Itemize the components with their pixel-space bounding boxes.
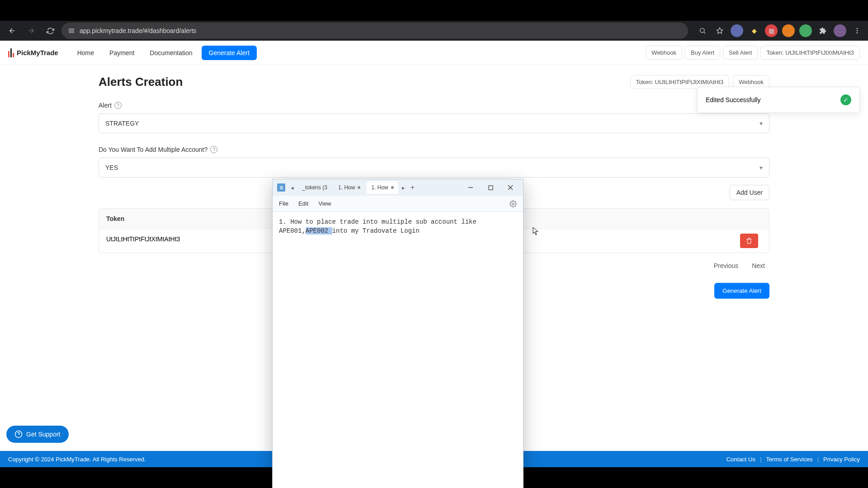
header-sell-alert-button[interactable]: Sell Alert (723, 46, 758, 60)
copyright: Copyright © 2024 PickMyTrade. All Rights… (8, 456, 146, 463)
toast-message: Edited Successfully (706, 96, 760, 103)
nav-generate-alert[interactable]: Generate Alert (202, 46, 257, 60)
add-user-button[interactable]: Add User (730, 185, 769, 200)
site-settings-icon (68, 27, 75, 34)
check-icon: ✓ (840, 94, 851, 105)
svg-marker-3 (717, 28, 722, 33)
svg-rect-0 (69, 29, 74, 30)
notepad-menu: File Edit View (273, 196, 523, 212)
delete-row-button[interactable] (740, 234, 758, 248)
notepad-window: ≣ ◂ _tokens (3 1. How 1. How ▸ + File (272, 179, 524, 488)
notepad-titlebar[interactable]: ≣ ◂ _tokens (3 1. How 1. How ▸ + (273, 179, 523, 196)
notepad-tab-2[interactable]: 1. How (334, 181, 365, 194)
header-token-pill[interactable]: Token: UtJtLtHtTtPtFtJtXtMtAtHt3 (760, 46, 860, 60)
svg-rect-9 (489, 186, 493, 190)
header-buy-alert-button[interactable]: Buy Alert (685, 46, 720, 60)
notepad-tab-prev[interactable]: ◂ (289, 184, 296, 191)
trash-icon (746, 238, 752, 244)
zoom-icon[interactable] (696, 24, 709, 37)
maximize-button[interactable] (481, 179, 500, 196)
svg-point-4 (857, 28, 858, 29)
extension-icon-3[interactable]: ▦ (765, 24, 778, 37)
page-viewport: PickMyTrade Home Payment Documentation G… (0, 41, 868, 467)
alert-label: Alert (99, 102, 112, 109)
headset-icon (14, 430, 23, 438)
toast-success: Edited Successfully ✓ (697, 87, 860, 113)
tab-label: 1. How (338, 184, 355, 191)
browser-toolbar: app.pickmytrade.trade/#/dashboard/alerts… (0, 21, 868, 41)
multi-account-value: YES (105, 164, 118, 171)
gear-icon[interactable] (509, 200, 517, 207)
unsaved-dot-icon (358, 186, 360, 189)
url-text: app.pickmytrade.trade/#/dashboard/alerts (80, 27, 196, 34)
browser-extension-row: ◆ ▦ (692, 24, 863, 37)
close-button[interactable] (500, 179, 520, 196)
notepad-tab-next[interactable]: ▸ (400, 184, 407, 191)
svg-point-6 (857, 32, 858, 33)
notepad-app-icon: ≣ (277, 183, 285, 192)
multi-account-label: Do You Want To Add Multiple Account? (99, 146, 208, 153)
alert-select[interactable]: STRATEGY ▾ (99, 113, 769, 133)
footer-contact[interactable]: Contact Us (726, 456, 755, 463)
bookmark-star-icon[interactable] (713, 24, 726, 37)
generate-alert-button[interactable]: Generate Alert (714, 283, 769, 299)
footer-terms[interactable]: Terms of Services (766, 456, 812, 463)
support-label: Get Support (26, 431, 61, 438)
page-title: Alerts Creation (99, 75, 183, 89)
notepad-tab-3-active[interactable]: 1. How (367, 181, 398, 194)
extension-icon-1[interactable] (731, 24, 743, 37)
header-webhook-button[interactable]: Webhook (646, 46, 682, 60)
nav-payment[interactable]: Payment (103, 46, 141, 60)
get-support-button[interactable]: Get Support (6, 426, 69, 443)
chevron-down-icon: ▾ (760, 164, 763, 171)
url-bar[interactable]: app.pickmytrade.trade/#/dashboard/alerts (61, 23, 688, 39)
menu-edit[interactable]: Edit (298, 200, 308, 207)
notepad-text-area[interactable]: 1. How to place trade into multiple sub … (273, 212, 523, 241)
text-selected: APE002 (306, 227, 332, 235)
notepad-new-tab[interactable]: + (409, 183, 416, 192)
pager-next[interactable]: Next (747, 259, 769, 272)
reload-button[interactable] (42, 23, 58, 38)
profile-avatar[interactable] (834, 24, 846, 37)
extension-icon-5[interactable] (799, 24, 812, 37)
logo-text: PickMyTrade (17, 49, 58, 56)
svg-point-12 (512, 203, 514, 205)
pager-prev[interactable]: Previous (709, 259, 743, 272)
app-header: PickMyTrade Home Payment Documentation G… (0, 41, 868, 65)
chevron-down-icon: ▾ (760, 120, 763, 127)
tab-label: 1. How (371, 184, 388, 191)
text-post: into my Tradovate Login (332, 227, 420, 235)
extensions-puzzle-icon[interactable] (816, 24, 829, 37)
svg-rect-1 (69, 31, 74, 33)
nav-home[interactable]: Home (71, 46, 100, 60)
menu-view[interactable]: View (318, 200, 331, 207)
menu-file[interactable]: File (279, 200, 288, 207)
tab-label: _tokens (3 (302, 184, 327, 191)
back-button[interactable] (5, 23, 20, 38)
help-icon[interactable]: ? (210, 146, 217, 153)
extension-icon-4[interactable] (782, 24, 795, 37)
forward-button[interactable] (24, 23, 39, 38)
logo[interactable]: PickMyTrade (8, 48, 58, 57)
kebab-menu-icon[interactable] (851, 24, 863, 37)
svg-point-2 (700, 28, 704, 33)
minimize-button[interactable] (461, 179, 481, 196)
alert-select-value: STRATEGY (105, 120, 139, 127)
logo-bars-icon (8, 48, 14, 57)
unsaved-dot-icon (391, 186, 394, 189)
notepad-tab-1[interactable]: _tokens (3 (297, 181, 332, 194)
multi-account-select[interactable]: YES ▾ (99, 158, 769, 178)
browser-tab-strip (0, 0, 868, 21)
extension-icon-2[interactable]: ◆ (748, 24, 760, 37)
nav-documentation[interactable]: Documentation (143, 46, 198, 60)
footer-privacy[interactable]: Privacy Policy (823, 456, 860, 463)
svg-point-5 (857, 30, 858, 32)
help-icon[interactable]: ? (114, 102, 122, 109)
